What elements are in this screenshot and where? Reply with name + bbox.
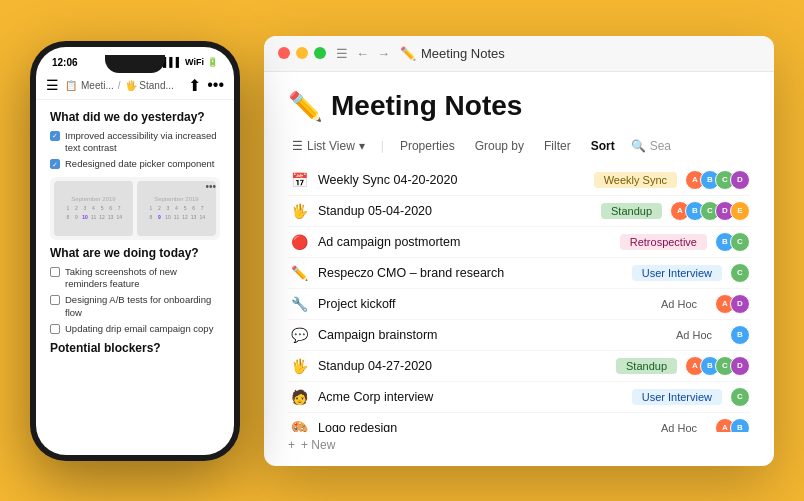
row-title: Acme Corp interview	[318, 390, 624, 404]
table-row[interactable]: 🖐Standup 04-27-2020StandupABCD	[288, 351, 750, 382]
hamburger-icon[interactable]: ☰	[46, 77, 59, 93]
table-row[interactable]: 🎨Logo redesignAd HocAB	[288, 413, 750, 432]
row-tag[interactable]: Weekly Sync	[594, 172, 677, 188]
scene: 12:06 ▌▌▌ WiFi 🔋 ☰ 📋 Meeti... / 🖐 Stand.…	[0, 0, 804, 501]
new-row-button[interactable]: + + New	[288, 432, 750, 458]
row-tag[interactable]: Standup	[616, 358, 677, 374]
phone-image-placeholder-2: September 2019 1234567 891011121314	[137, 181, 216, 236]
avatar: D	[730, 294, 750, 314]
checkbox-2[interactable]	[50, 159, 60, 169]
row-icon: 🧑	[288, 389, 310, 405]
row-icon: 🖐	[288, 358, 310, 374]
row-tag[interactable]: User Interview	[632, 389, 722, 405]
row-icon: 🎨	[288, 420, 310, 432]
table-row[interactable]: ✏️Respeczo CMO – brand researchUser Inte…	[288, 258, 750, 289]
avatar: D	[730, 356, 750, 376]
row-avatars: ABCD	[685, 356, 750, 376]
row-tag[interactable]: Ad Hoc	[651, 296, 707, 312]
row-avatars: ABCD	[685, 170, 750, 190]
phone-breadcrumb-page[interactable]: Meeti...	[81, 80, 114, 91]
table-row[interactable]: 💬Campaign brainstormAd HocB	[288, 320, 750, 351]
row-icon: 📅	[288, 172, 310, 188]
phone-status-icons: ▌▌▌ WiFi 🔋	[163, 57, 218, 67]
phone-device: 12:06 ▌▌▌ WiFi 🔋 ☰ 📋 Meeti... / 🖐 Stand.…	[30, 41, 240, 461]
close-button[interactable]	[278, 47, 290, 59]
phone-section2-title: What are we doing today?	[50, 246, 220, 260]
avatar: C	[730, 232, 750, 252]
search-area[interactable]: 🔍 Sea	[631, 139, 671, 153]
row-title: Standup 04-27-2020	[318, 359, 608, 373]
window-titlebar: ☰ ← → ✏️ Meeting Notes	[264, 36, 774, 72]
desktop-window: ☰ ← → ✏️ Meeting Notes ✏️ Meeting Notes …	[264, 36, 774, 466]
checkbox-todo-3[interactable]	[50, 324, 60, 334]
list-view-icon: ☰	[292, 139, 303, 153]
filter-button[interactable]: Filter	[540, 137, 575, 155]
wifi-icon: WiFi	[185, 57, 204, 67]
table-row[interactable]: 🧑Acme Corp interviewUser InterviewC	[288, 382, 750, 413]
more-icon[interactable]: •••	[207, 76, 224, 94]
row-tag[interactable]: Standup	[601, 203, 662, 219]
search-icon: 🔍	[631, 139, 646, 153]
group-by-button[interactable]: Group by	[471, 137, 528, 155]
page-title-emoji: ✏️	[288, 90, 323, 123]
row-tag[interactable]: Retrospective	[620, 234, 707, 250]
phone-screen: 12:06 ▌▌▌ WiFi 🔋 ☰ 📋 Meeti... / 🖐 Stand.…	[36, 47, 234, 455]
row-title: Ad campaign postmortem	[318, 235, 612, 249]
row-tag[interactable]: User Interview	[632, 265, 722, 281]
phone-time: 12:06	[52, 57, 78, 68]
phone-todo-1: Taking screenshots of new reminders feat…	[50, 266, 220, 291]
phone-check-done-2: Redesigned date picker component	[50, 158, 220, 170]
table-row[interactable]: 🔧Project kickoffAd HocAD	[288, 289, 750, 320]
chevron-down-icon: ▾	[359, 139, 365, 153]
phone-breadcrumb-sub[interactable]: 🖐 Stand...	[125, 80, 174, 91]
row-avatars: AD	[715, 294, 750, 314]
list-view-button[interactable]: ☰ List View ▾	[288, 137, 369, 155]
phone-section3-title: Potential blockers?	[50, 341, 220, 355]
avatar: C	[730, 387, 750, 407]
back-icon[interactable]: ←	[356, 46, 369, 61]
table-row[interactable]: 🔴Ad campaign postmortemRetrospectiveBC	[288, 227, 750, 258]
phone-content: What did we do yesterday? Improved acces…	[36, 100, 234, 455]
meeting-notes-table: 📅Weekly Sync 04-20-2020Weekly SyncABCD🖐S…	[288, 165, 750, 432]
row-title: Weekly Sync 04-20-2020	[318, 173, 586, 187]
checkbox-todo-1[interactable]	[50, 267, 60, 277]
page-title: ✏️ Meeting Notes	[288, 90, 750, 123]
toolbar: ☰ List View ▾ | Properties Group by Filt…	[288, 137, 750, 155]
phone-check-done-1: Improved accessibility via increased tex…	[50, 130, 220, 155]
window-title-emoji: ✏️	[400, 46, 416, 61]
image-block-dots[interactable]: •••	[205, 181, 216, 192]
window-nav-icons: ☰ ← →	[336, 46, 390, 61]
share-icon[interactable]: ⬆	[188, 76, 201, 95]
checkbox-1[interactable]	[50, 131, 60, 141]
row-icon: 💬	[288, 327, 310, 343]
phone-image-placeholder-1: September 2019 1234567 891011121314	[54, 181, 133, 236]
plus-icon: +	[288, 438, 295, 452]
row-avatars: B	[730, 325, 750, 345]
window-controls	[278, 47, 326, 59]
table-row[interactable]: 🖐Standup 05-04-2020StandupABCDE	[288, 196, 750, 227]
row-title: Logo redesign	[318, 421, 643, 432]
battery-icon: 🔋	[207, 57, 218, 67]
phone-nav-bar: ☰ 📋 Meeti... / 🖐 Stand... ⬆ •••	[36, 72, 234, 100]
row-icon: 🖐	[288, 203, 310, 219]
avatar: E	[730, 201, 750, 221]
hamburger-menu-icon[interactable]: ☰	[336, 46, 348, 61]
phone-image-block: September 2019 1234567 891011121314 Sept…	[50, 177, 220, 240]
forward-icon[interactable]: →	[377, 46, 390, 61]
phone-breadcrumb-icon: 📋	[65, 80, 77, 91]
row-title: Project kickoff	[318, 297, 643, 311]
row-title: Standup 05-04-2020	[318, 204, 593, 218]
minimize-button[interactable]	[296, 47, 308, 59]
phone-todo-3: Updating drip email campaign copy	[50, 323, 220, 335]
sort-button[interactable]: Sort	[587, 137, 619, 155]
row-icon: 🔴	[288, 234, 310, 250]
row-avatars: C	[730, 387, 750, 407]
properties-button[interactable]: Properties	[396, 137, 459, 155]
row-avatars: C	[730, 263, 750, 283]
checkbox-todo-2[interactable]	[50, 295, 60, 305]
table-row[interactable]: 📅Weekly Sync 04-20-2020Weekly SyncABCD	[288, 165, 750, 196]
maximize-button[interactable]	[314, 47, 326, 59]
row-tag[interactable]: Ad Hoc	[666, 327, 722, 343]
row-tag[interactable]: Ad Hoc	[651, 420, 707, 432]
phone-todo-2: Designing A/B tests for onboarding flow	[50, 294, 220, 319]
